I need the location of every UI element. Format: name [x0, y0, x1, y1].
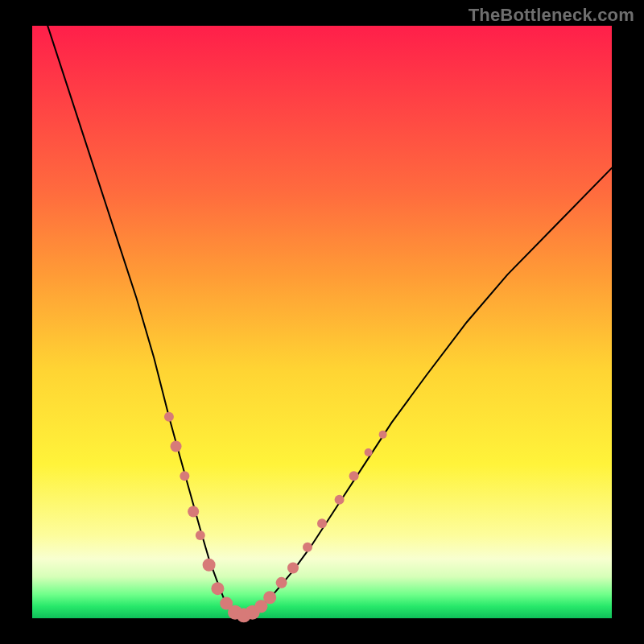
data-marker: [180, 471, 189, 481]
data-marker: [317, 518, 327, 528]
data-marker: [379, 431, 387, 439]
chart-frame: TheBottleneck.com: [0, 0, 644, 644]
data-marker: [365, 448, 373, 456]
data-marker: [335, 495, 345, 505]
data-marker: [276, 577, 287, 588]
data-marker: [164, 412, 174, 422]
data-marker: [203, 559, 216, 572]
watermark-text: TheBottleneck.com: [469, 5, 634, 26]
data-marker: [211, 582, 224, 595]
data-marker: [263, 591, 276, 604]
plot-area: [32, 26, 612, 618]
data-marker: [349, 471, 359, 481]
data-marker: [196, 530, 205, 540]
data-marker: [303, 543, 312, 552]
chart-svg: [32, 26, 612, 618]
data-marker: [171, 441, 182, 452]
data-marker: [287, 562, 299, 573]
data-marker: [188, 506, 199, 518]
